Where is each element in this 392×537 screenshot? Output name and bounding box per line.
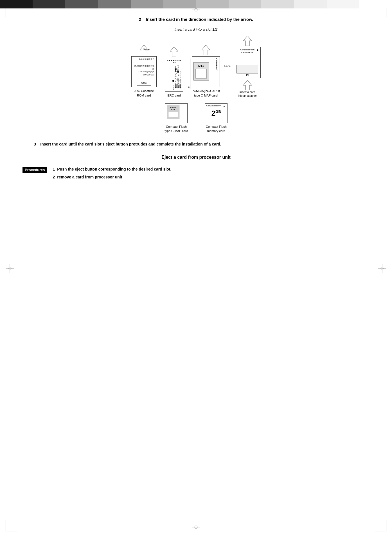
cf-cmap-detail <box>168 112 178 117</box>
cf-row: C-MAP NT+ Compact Flash type C-MAP card … <box>22 103 370 133</box>
corner-mark-br <box>375 520 386 531</box>
diagram-section: Insert a card into a slot 1/2 各種情報画面上日 海… <box>22 27 370 133</box>
crosshair-bottom <box>192 523 200 531</box>
cf-mem-triangle: ▲ <box>223 105 226 108</box>
procedures-badge: Procedures <box>22 167 47 173</box>
proc-step-2: 2 remove a card from processor unit <box>53 175 370 179</box>
cf-adapter-box: Compact FlashCard Adapter IN ▲ <box>234 47 261 78</box>
step1-num: 1 <box>53 167 55 171</box>
pcmcia-up-arrow <box>202 45 210 55</box>
step2-heading: 2 Insert the card in the direction indic… <box>22 17 370 22</box>
jrc-card-inner: ORC <box>137 80 151 86</box>
erc-card-item: ★ ★ ★ ★ ★ ★ ★ ★ ★ ★ P-200 電子海図使用许可証 本製品は… <box>165 47 183 98</box>
pcmcia-caption: PCMCIA(PC-CARD) type C-MAP card <box>192 89 220 98</box>
svg-point-11 <box>381 267 384 270</box>
svg-marker-16 <box>243 80 252 90</box>
crosshair-right <box>378 264 386 273</box>
erc-caption: ERC card <box>168 93 181 98</box>
step2-text: Insert the card in the direction indicat… <box>146 17 253 22</box>
color-bar <box>0 0 392 8</box>
step3-number: 3 <box>34 142 36 146</box>
corner-mark-bl <box>6 520 17 531</box>
svg-marker-14 <box>202 45 210 55</box>
erc-up-arrow <box>170 47 178 57</box>
step3-content: Insert the card until the card slot's ej… <box>40 142 221 146</box>
cf-mem-brand-label: CompactFlash™ <box>206 105 221 107</box>
svg-marker-15 <box>243 36 252 46</box>
erc-card-box: ★ ★ ★ ★ ★ ★ ★ ★ ★ ★ P-200 電子海図使用许可証 本製品は… <box>165 58 183 92</box>
cards-row: 各種情報画面上日 海岸線(J)等素素源：套出 シーエーピータ(J) 000-21… <box>22 36 370 98</box>
pcmcia-detail <box>195 69 207 79</box>
diagram-label: Insert a card into a slot 1/2 <box>22 27 370 32</box>
cf-cmap-caption: Compact Flash type C-MAP card <box>165 125 188 133</box>
cf-cmap-nt-label: NT+ <box>171 108 175 111</box>
svg-marker-13 <box>170 47 178 57</box>
jrc-card-item: 各種情報画面上日 海岸線(J)等素素源：套出 シーエーピータ(J) 000-21… <box>131 45 157 98</box>
step3-text: 3 Insert the card until the card slot's … <box>34 142 370 146</box>
cf-cmap-box: C-MAP NT+ <box>165 103 188 123</box>
insert-arrow-text: Insert a card into an adapter <box>238 90 257 98</box>
insert-adapter-arrow <box>243 80 252 90</box>
cf-mem-caption: Compact Flash memory card <box>206 125 227 133</box>
cf-cmap-inner: C-MAP NT+ <box>167 105 179 119</box>
pcmcia-face-label: Face <box>224 65 231 68</box>
proc-step-1: 1 Push the eject button corresponding to… <box>53 167 370 171</box>
cf-adapter-slot <box>236 65 258 73</box>
step1-text: Push the eject button corresponding to t… <box>57 167 171 171</box>
svg-point-2 <box>195 8 197 11</box>
svg-point-5 <box>195 526 197 529</box>
procedures-row: Procedures 1 Push the eject button corre… <box>22 167 370 183</box>
cf-adapter-up-arrow <box>243 36 252 46</box>
cf-mem-size: 2GB <box>211 109 221 117</box>
svg-point-8 <box>8 267 11 270</box>
pcmcia-card-item: C-MAP NT NT+ Face PCMCIA(PC-CARD) type C… <box>192 45 220 98</box>
cf-adapter-triangle: ▲ <box>256 48 259 52</box>
cf-adapter-in-label: IN <box>246 73 249 76</box>
step2-number: 2 <box>139 17 141 22</box>
procedures-steps: 1 Push the eject button corresponding to… <box>53 167 370 183</box>
jrc-caption: JRC Coastline ROM card <box>134 89 154 98</box>
main-content: 2 Insert the card in the direction indic… <box>22 17 370 187</box>
crosshair-left <box>6 264 14 273</box>
cf-mem-item: CompactFlash™ ▲ 2GB Compact Flash memory… <box>205 103 227 133</box>
pcmcia-nt-label: NT+ <box>198 64 204 68</box>
cf-mem-box: CompactFlash™ ▲ 2GB <box>205 103 227 123</box>
step2-num: 2 <box>53 175 55 179</box>
pcmcia-card-box: C-MAP NT NT+ <box>192 56 220 87</box>
jrc-face-label: Face <box>142 46 167 77</box>
eject-section: Eject a card from processor unit Procedu… <box>22 155 370 183</box>
cf-cmap-item: C-MAP NT+ Compact Flash type C-MAP card <box>165 103 188 133</box>
pcmcia-inner: NT+ <box>193 62 209 80</box>
cf-adapter-item: Compact FlashCard Adapter IN ▲ Insert a … <box>234 36 261 98</box>
eject-heading: Eject a card from processor unit <box>22 155 370 160</box>
step2-text-eject: remove a card from processor unit <box>57 175 122 179</box>
